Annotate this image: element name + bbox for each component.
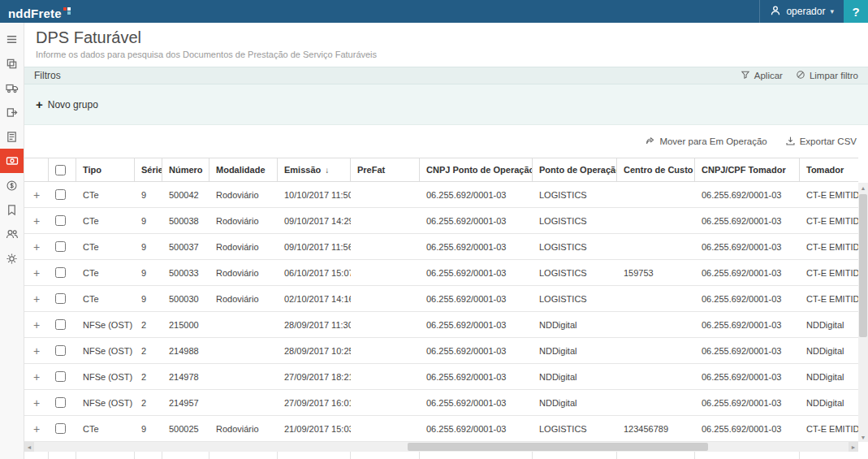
table-row[interactable]: + NFSe (OST) 2 215000 28/09/2017 11:30 0… <box>24 312 858 338</box>
expand-row-icon[interactable]: + <box>24 286 49 311</box>
document-icon[interactable] <box>0 124 24 149</box>
scroll-down-icon[interactable]: ▼ <box>858 432 868 442</box>
cell-numero: 500042 <box>162 182 209 207</box>
column-header-numero[interactable]: Número <box>162 158 209 181</box>
row-select-cell <box>49 416 76 441</box>
expand-row-icon[interactable]: + <box>24 364 49 389</box>
row-checkbox[interactable] <box>55 189 66 200</box>
cell-emissao: 10/10/2017 11:50 <box>278 182 351 207</box>
cell-cnpj-ponto: 06.255.692/0001-03 <box>420 286 533 311</box>
billing-icon[interactable] <box>0 149 24 173</box>
expand-row-icon[interactable]: + <box>24 338 49 363</box>
apply-filter-button[interactable]: Aplicar <box>741 70 783 81</box>
truck-icon[interactable] <box>0 76 24 100</box>
select-all-checkbox[interactable] <box>55 165 66 175</box>
cell-cnpj-tomador: 06.255.692/0001-03 <box>695 364 800 389</box>
horizontal-scrollbar[interactable]: ◄ ► <box>24 442 858 452</box>
expand-row-icon[interactable]: + <box>24 416 49 441</box>
table-row[interactable]: + CTe 9 500037 Rodoviário 09/10/2017 11:… <box>24 234 858 260</box>
column-header-serie[interactable]: Série <box>135 158 162 181</box>
cell-modalidade: Rodoviário <box>209 182 278 207</box>
cell-centro-custo <box>617 182 695 207</box>
help-button[interactable]: ? <box>844 0 868 23</box>
row-checkbox[interactable] <box>55 423 66 434</box>
column-header-cnpj-tomador[interactable]: CNPJ/CPF Tomador <box>695 158 800 181</box>
expand-row-icon[interactable]: + <box>24 390 49 415</box>
row-checkbox[interactable] <box>55 215 66 226</box>
cell-cnpj-ponto: 06.255.692/0001-03 <box>420 364 533 389</box>
cell-prefat <box>351 208 420 233</box>
cell-ponto: LOGISTICS <box>533 182 617 207</box>
export-csv-button[interactable]: Exportar CSV <box>785 136 857 148</box>
page-title: DPS Faturável <box>36 28 857 47</box>
scroll-up-icon[interactable]: ▲ <box>858 183 868 193</box>
cell-serie: 9 <box>135 208 162 233</box>
move-icon <box>645 136 655 148</box>
copy-icon[interactable] <box>0 51 24 76</box>
row-checkbox[interactable] <box>55 241 66 252</box>
table-row[interactable]: + CTe 9 500038 Rodoviário 09/10/2017 14:… <box>24 208 858 234</box>
scroll-left-icon[interactable]: ◄ <box>24 442 34 452</box>
column-header-emissao[interactable]: Emissão ↓ <box>278 158 351 181</box>
vertical-scroll-thumb[interactable] <box>859 194 867 337</box>
export-icon[interactable] <box>0 100 24 124</box>
column-header-ponto[interactable]: Ponto de Operação <box>533 158 617 181</box>
main-content: DPS Faturável Informe os dados para pesq… <box>24 23 868 459</box>
row-checkbox[interactable] <box>55 267 66 278</box>
cell-ponto: LOGISTICS <box>533 208 617 233</box>
menu-icon[interactable] <box>0 27 24 51</box>
clear-filter-label: Limpar filtro <box>810 71 858 80</box>
scroll-right-icon[interactable]: ► <box>849 442 858 452</box>
cell-centro-custo: 123456789 <box>617 416 695 441</box>
finance-icon[interactable] <box>0 173 24 197</box>
user-menu[interactable]: operador ▾ <box>759 0 844 23</box>
users-icon[interactable] <box>0 222 24 246</box>
expand-row-icon[interactable]: + <box>24 260 49 285</box>
cell-cnpj-tomador: 06.255.692/0001-03 <box>695 286 800 311</box>
cell-numero: 214957 <box>162 390 209 415</box>
settings-icon[interactable] <box>0 246 24 271</box>
column-header-tomador[interactable]: Tomador <box>800 158 858 181</box>
column-header-tipo[interactable]: Tipo <box>76 158 135 181</box>
table-row[interactable]: + NFSe (OST) 2 214988 28/09/2017 10:25 0… <box>24 338 858 364</box>
cell-serie: 9 <box>135 260 162 285</box>
cell-modalidade: Rodoviário <box>209 286 278 311</box>
row-checkbox[interactable] <box>55 371 66 382</box>
row-checkbox[interactable] <box>55 397 66 408</box>
row-checkbox[interactable] <box>55 345 66 356</box>
column-header-centro-custo[interactable]: Centro de Custo <box>617 158 695 181</box>
expand-row-icon[interactable]: + <box>24 234 49 259</box>
row-checkbox[interactable] <box>55 319 66 330</box>
cell-numero: 500025 <box>162 416 209 441</box>
cell-serie: 9 <box>135 182 162 207</box>
new-group-button[interactable]: + Novo grupo <box>36 97 98 111</box>
cell-tipo: NFSe (OST) <box>76 364 135 389</box>
expand-row-icon[interactable]: + <box>24 312 49 337</box>
bookmark-icon[interactable] <box>0 197 24 222</box>
cell-prefat <box>351 286 420 311</box>
clear-filter-button[interactable]: Limpar filtro <box>796 70 858 81</box>
table-row[interactable]: + CTe 9 500033 Rodoviário 06/10/2017 15:… <box>24 260 858 286</box>
table-row[interactable]: + CTe 9 500025 Rodoviário 21/09/2017 15:… <box>24 416 858 442</box>
table-row[interactable]: + NFSe (OST) 2 214978 27/09/2017 18:21 0… <box>24 364 858 390</box>
table-row[interactable]: + NFSe (OST) 2 214957 27/09/2017 16:01 0… <box>24 390 858 416</box>
column-header-prefat[interactable]: PreFat <box>351 158 420 181</box>
row-checkbox[interactable] <box>55 293 66 304</box>
move-to-operation-button[interactable]: Mover para Em Operação <box>645 136 767 148</box>
cell-tomador: NDDigital <box>800 364 858 389</box>
horizontal-scroll-thumb[interactable] <box>408 443 708 451</box>
cell-prefat <box>351 364 420 389</box>
cell-cnpj-ponto: 06.255.692/0001-03 <box>420 312 533 337</box>
expand-row-icon[interactable]: + <box>24 182 49 207</box>
cell-tipo: CTe <box>76 208 135 233</box>
table-row[interactable]: + CTe 9 500030 Rodoviário 02/10/2017 14:… <box>24 286 858 312</box>
vertical-scrollbar[interactable]: ▲ ▼ <box>858 183 868 442</box>
column-header-modalidade[interactable]: Modalidade <box>209 158 278 181</box>
column-header-cnpj-ponto[interactable]: CNPJ Ponto de Operação <box>420 158 533 181</box>
brand-text: nddFrete <box>8 6 62 20</box>
expand-row-icon[interactable]: + <box>24 208 49 233</box>
row-select-cell <box>49 390 76 415</box>
table-row[interactable]: + CTe 9 500042 Rodoviário 10/10/2017 11:… <box>24 182 858 208</box>
cell-prefat <box>351 260 420 285</box>
cell-tipo: NFSe (OST) <box>76 338 135 363</box>
